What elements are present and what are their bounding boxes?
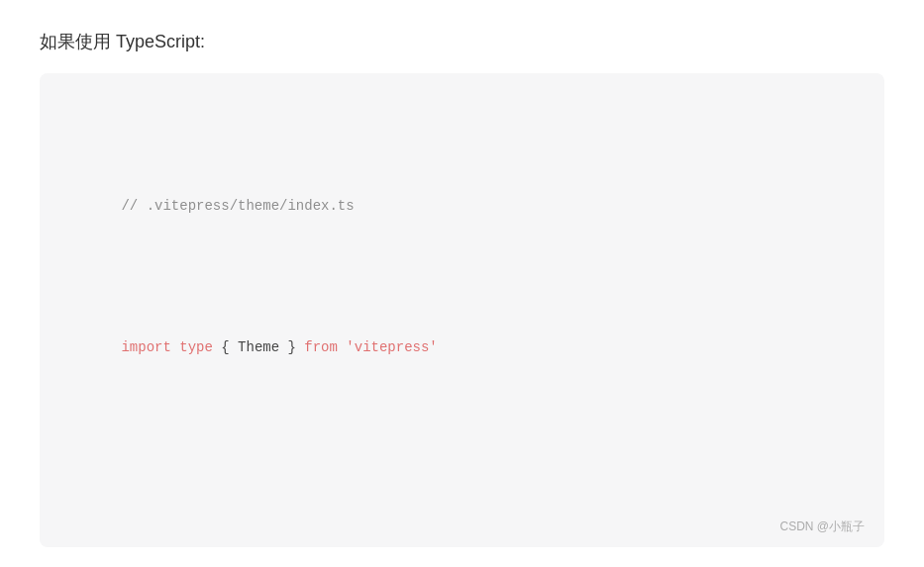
theme-type: Theme	[238, 339, 279, 355]
from-keyword: from	[304, 339, 338, 355]
empty-line-1	[71, 454, 853, 478]
module-string: 'vitepress'	[346, 339, 437, 355]
line-import: import type { Theme } from 'vitepress'	[71, 313, 853, 383]
page-title: 如果使用 TypeScript:	[40, 30, 884, 53]
comment-text: // .vitepress/theme/index.ts	[121, 198, 354, 214]
import-keyword: import	[121, 339, 170, 355]
watermark: CSDN @小瓶子	[779, 519, 865, 535]
code-block: // .vitepress/theme/index.ts import type…	[71, 101, 853, 547]
line-comment: // .vitepress/theme/index.ts	[71, 171, 853, 241]
type-keyword: type	[179, 339, 213, 355]
code-block-container: // .vitepress/theme/index.ts import type…	[40, 73, 884, 547]
